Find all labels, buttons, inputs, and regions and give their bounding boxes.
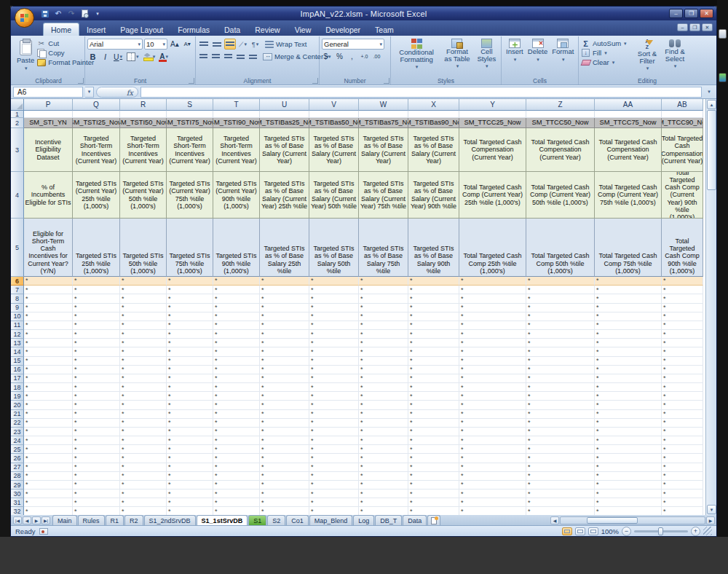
first-sheet-button[interactable]: |◀ — [13, 516, 22, 524]
zoom-slider[interactable] — [634, 530, 688, 532]
row-header-12[interactable]: 12 — [11, 330, 24, 339]
cell-Q22[interactable]: * — [73, 419, 120, 428]
workbook-minimize-button[interactable]: ‒ — [677, 23, 688, 31]
cell-AA12[interactable]: * — [595, 330, 662, 339]
desktop-icon[interactable] — [719, 29, 727, 39]
cell-Q10[interactable]: * — [73, 312, 120, 321]
cell-S31[interactable]: * — [167, 498, 213, 507]
cell-AB29[interactable]: * — [662, 481, 703, 490]
scroll-left-arrow[interactable]: ◀ — [550, 516, 559, 524]
cell-P11[interactable]: * — [24, 321, 73, 330]
increase-decimal-button[interactable]: +.0 — [359, 51, 370, 62]
cell-R25[interactable]: * — [120, 445, 167, 454]
cell-Y14[interactable]: * — [459, 347, 526, 356]
cell-X5[interactable]: Targeted STIs as % of Base Salary 90th %… — [408, 219, 459, 277]
column-header-Q[interactable]: Q — [73, 99, 120, 111]
minimize-button[interactable]: ‒ — [669, 9, 683, 18]
cell-P8[interactable]: * — [24, 294, 73, 303]
row-header-29[interactable]: 29 — [11, 481, 24, 490]
cell-W24[interactable]: * — [359, 436, 408, 445]
cell-X1[interactable] — [408, 111, 459, 118]
cell-Y22[interactable]: * — [459, 419, 526, 428]
cell-Q19[interactable]: * — [73, 392, 120, 401]
cell-S28[interactable]: * — [167, 472, 213, 481]
cell-T4[interactable]: Targeted STIs (Current Year) 90th %tile … — [213, 172, 260, 219]
cell-Q18[interactable]: * — [73, 383, 120, 392]
cell-U18[interactable]: * — [260, 383, 309, 392]
cell-V32[interactable]: * — [309, 507, 359, 515]
cell-Q1[interactable] — [73, 111, 120, 118]
row-header-22[interactable]: 22 — [11, 419, 24, 428]
cell-V22[interactable]: * — [309, 419, 359, 428]
cell-P14[interactable]: * — [24, 347, 73, 356]
cell-Z12[interactable]: * — [526, 330, 595, 339]
sheet-tab-map_blend[interactable]: Map_Blend — [309, 515, 353, 525]
cell-V12[interactable]: * — [309, 330, 359, 339]
align-left-button[interactable] — [198, 51, 209, 62]
ribbon-tab-developer[interactable]: Developer — [318, 23, 368, 36]
cell-Q23[interactable]: * — [73, 428, 120, 436]
cell-V8[interactable]: * — [309, 294, 359, 303]
cell-W16[interactable]: * — [359, 366, 408, 374]
cell-S17[interactable]: * — [167, 374, 213, 383]
cell-S20[interactable]: * — [167, 401, 213, 409]
cell-AA1[interactable] — [595, 111, 662, 118]
cell-Y1[interactable] — [459, 111, 526, 118]
cell-Y20[interactable]: * — [459, 401, 526, 409]
cell-X3[interactable]: Targeted STIs as % of Base Salary (Curre… — [408, 128, 459, 172]
cell-S3[interactable]: Targeted Short-Term Incentives (Current … — [167, 128, 213, 172]
cell-P12[interactable]: * — [24, 330, 73, 339]
cell-Q27[interactable]: * — [73, 463, 120, 472]
cell-Y4[interactable]: Total Targeted Cash Comp (Current Year) … — [459, 172, 526, 219]
cell-AB17[interactable]: * — [662, 374, 703, 383]
cell-V19[interactable]: * — [309, 392, 359, 401]
format-cells-button[interactable]: Format — [550, 38, 576, 76]
cell-U30[interactable]: * — [260, 490, 309, 498]
cell-R32[interactable]: * — [120, 507, 167, 515]
cell-AB30[interactable]: * — [662, 490, 703, 498]
cell-Y28[interactable]: * — [459, 472, 526, 481]
cell-X9[interactable]: * — [408, 304, 459, 312]
cell-Z10[interactable]: * — [526, 312, 595, 321]
cell-W4[interactable]: Targeted STIs as % of Base Salary (Curre… — [359, 172, 408, 219]
cell-R2[interactable]: SM_TSTI50_Now — [120, 118, 167, 128]
cell-AA20[interactable]: * — [595, 401, 662, 409]
cell-P24[interactable]: * — [24, 436, 73, 445]
cell-R8[interactable]: * — [120, 294, 167, 303]
insert-cells-button[interactable]: Insert — [504, 38, 526, 76]
cell-T26[interactable]: * — [213, 454, 260, 463]
cell-W1[interactable] — [359, 111, 408, 118]
cell-Q4[interactable]: Targeted STIs (Current Year) 25th %tile … — [73, 172, 120, 219]
cell-Z6[interactable]: * — [526, 277, 595, 286]
cell-AB1[interactable] — [662, 111, 703, 118]
row-header-2[interactable]: 2 — [11, 118, 24, 128]
row-header-17[interactable]: 17 — [11, 374, 24, 383]
cell-Y13[interactable]: * — [459, 339, 526, 347]
cell-U10[interactable]: * — [260, 312, 309, 321]
cell-V30[interactable]: * — [309, 490, 359, 498]
sheet-tab-s1_2ndsrvdb[interactable]: S1_2ndSrvDB — [144, 515, 196, 525]
cell-U5[interactable]: Targeted STIs as % of Base Salary 25th %… — [260, 219, 309, 277]
cell-S1[interactable] — [167, 111, 213, 118]
office-button[interactable] — [15, 8, 34, 28]
row-header-9[interactable]: 9 — [11, 304, 24, 312]
row-header-6[interactable]: 6 — [11, 277, 24, 286]
row-header-14[interactable]: 14 — [11, 347, 24, 356]
cell-V6[interactable]: * — [309, 277, 359, 286]
row-header-21[interactable]: 21 — [11, 410, 24, 419]
cell-Q28[interactable]: * — [73, 472, 120, 481]
row-header-15[interactable]: 15 — [11, 357, 24, 366]
cell-Z25[interactable]: * — [526, 445, 595, 454]
cell-V21[interactable]: * — [309, 410, 359, 419]
cell-T8[interactable]: * — [213, 294, 260, 303]
cell-AB24[interactable]: * — [662, 436, 703, 445]
cell-Y15[interactable]: * — [459, 357, 526, 366]
row-header-11[interactable]: 11 — [11, 321, 24, 330]
cell-Y10[interactable]: * — [459, 312, 526, 321]
row-header-8[interactable]: 8 — [11, 294, 24, 303]
column-header-U[interactable]: U — [260, 99, 309, 111]
row-header-7[interactable]: 7 — [11, 286, 24, 294]
cell-R3[interactable]: Targeted Short-Term Incentives (Current … — [120, 128, 167, 172]
cell-V26[interactable]: * — [309, 454, 359, 463]
row-header-26[interactable]: 26 — [11, 454, 24, 463]
